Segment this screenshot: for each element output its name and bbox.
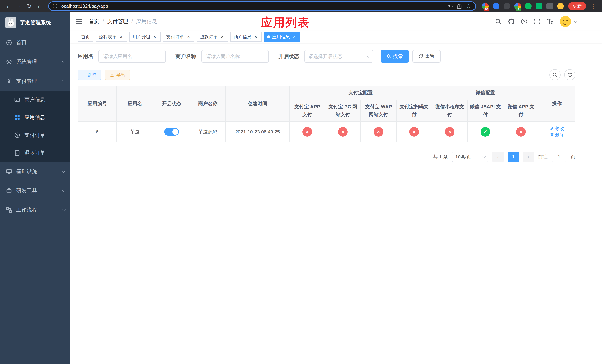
column-header: 微信小程序支付: [432, 100, 467, 121]
tab-home[interactable]: 首页: [78, 32, 93, 42]
help-icon[interactable]: [521, 18, 527, 25]
sidebar-collapse-icon[interactable]: [75, 18, 83, 25]
cell-app-name: 芋道: [117, 121, 153, 142]
tab-label: 应用信息: [272, 34, 290, 40]
add-button[interactable]: + 新增: [78, 70, 101, 80]
page-number-1[interactable]: 1: [508, 152, 519, 162]
chevron-down-icon: [573, 19, 577, 23]
sidebar-item-workflow[interactable]: 工作流程: [0, 200, 70, 220]
config-disabled-icon: ×: [516, 127, 526, 137]
table-right-tools: [549, 69, 575, 80]
sidebar-item-dev-tools[interactable]: 研发工具: [0, 181, 70, 200]
sidebar-item-label: 系统管理: [16, 58, 62, 65]
address-bar[interactable]: ⓘ localhost:1024/pay/app ☆: [48, 1, 476, 11]
app-title: 芋道管理系统: [20, 19, 51, 26]
tab-label: 商户信息: [234, 34, 251, 40]
page-size-select[interactable]: 10条/页: [452, 152, 488, 162]
order-icon: [14, 132, 20, 138]
actions-column-header: 操作: [539, 86, 575, 121]
sidebar-item-label: 基础设施: [16, 168, 62, 175]
search-button[interactable]: 搜索: [381, 50, 409, 63]
cell-config-status: ×: [290, 121, 325, 142]
extension-colorful-grid-icon[interactable]: 10: [482, 3, 489, 10]
gear-icon: [6, 59, 12, 65]
refresh-table-button[interactable]: [564, 69, 575, 80]
prev-page-button[interactable]: ‹: [492, 152, 504, 162]
column-header: 应用名: [117, 86, 153, 121]
column-header: 创建时间: [226, 86, 290, 121]
extension-dark-pin-icon[interactable]: [547, 3, 553, 10]
sidebar-item-refund-orders[interactable]: 退款订单: [0, 144, 70, 162]
tab-process-form[interactable]: 流程表单×: [96, 32, 127, 42]
browser-forward-button[interactable]: →: [14, 1, 24, 11]
tab-user-group[interactable]: 用户分组×: [129, 32, 161, 42]
font-size-icon[interactable]: [547, 18, 553, 25]
user-avatar-menu[interactable]: [560, 16, 576, 27]
reset-button[interactable]: 重置: [412, 50, 441, 63]
browser-update-button[interactable]: 更新: [568, 2, 586, 10]
tab-refund-orders[interactable]: 退款订单×: [197, 32, 228, 42]
extension-colorful-tool-icon[interactable]: 1: [514, 3, 521, 10]
site-info-icon[interactable]: ⓘ: [53, 3, 57, 10]
sidebar-item-infrastructure[interactable]: 基础设施: [0, 162, 70, 181]
status-select[interactable]: 请选择开启状态: [304, 50, 373, 63]
browser-back-button[interactable]: ←: [4, 1, 13, 11]
extension-dark-shield-icon[interactable]: [504, 3, 510, 10]
header-search-icon[interactable]: [495, 18, 502, 25]
sidebar-item-merchant-info[interactable]: 商户信息: [0, 91, 70, 108]
app-logo[interactable]: 芋道管理系统: [0, 12, 70, 33]
navbar-tools: [495, 16, 576, 27]
breadcrumb-item[interactable]: 首页: [89, 18, 99, 25]
goto-page-input[interactable]: [552, 152, 567, 162]
delete-link[interactable]: 删除: [550, 132, 564, 138]
tab-close-icon[interactable]: ×: [220, 34, 225, 39]
tab-close-icon[interactable]: ×: [118, 34, 124, 39]
edit-link[interactable]: 修改: [550, 126, 564, 131]
browser-home-button[interactable]: ⌂: [35, 1, 44, 11]
page-content: 应用名 商户名称 开启状态 请选择开启状态: [70, 43, 602, 364]
sidebar-item-payment-management[interactable]: 支付管理: [0, 72, 70, 91]
edit-label: 修改: [555, 126, 564, 131]
toggle-search-button[interactable]: [549, 69, 560, 80]
extension-wechat-devtools-icon[interactable]: [525, 3, 532, 10]
goto-label: 前往: [538, 154, 548, 160]
tab-close-icon[interactable]: ×: [292, 34, 297, 39]
cell-actions: 修改删除: [539, 121, 575, 142]
tags-view-bar: 首页流程表单×用户分组×支付订单×退款订单×商户信息×应用信息×: [70, 31, 602, 43]
extension-blue-drop-icon[interactable]: [493, 3, 499, 10]
table-row: 6芋道芋道源码2021-10-23 08:49:25×××××✓×修改删除: [78, 121, 575, 142]
tab-close-icon[interactable]: ×: [253, 34, 258, 39]
infra-icon: [6, 168, 12, 175]
tab-app-info[interactable]: 应用信息×: [264, 32, 300, 42]
column-header: 微信 JSAPI 支付: [468, 100, 503, 121]
browser-refresh-button[interactable]: ↻: [24, 1, 34, 11]
sidebar-item-app-info[interactable]: 应用信息: [0, 108, 70, 126]
app-name-input[interactable]: [98, 50, 166, 63]
config-disabled-icon: ×: [445, 127, 454, 137]
download-icon: [110, 72, 114, 77]
merchant-name-input[interactable]: [201, 50, 269, 63]
extension-green-notebook-icon[interactable]: [536, 3, 542, 10]
sidebar-item-home[interactable]: 首页: [0, 33, 70, 52]
status-toggle[interactable]: [164, 128, 179, 136]
export-button[interactable]: 导出: [105, 70, 130, 80]
tab-close-icon[interactable]: ×: [186, 34, 191, 39]
next-page-button[interactable]: ›: [523, 152, 534, 162]
url-text[interactable]: localhost:1024/pay/app: [60, 3, 444, 9]
tab-payment-orders[interactable]: 支付订单×: [163, 32, 194, 42]
tab-merchant-info[interactable]: 商户信息×: [230, 32, 262, 42]
password-key-icon[interactable]: [447, 3, 453, 9]
sidebar-item-payment-orders[interactable]: 支付订单: [0, 126, 70, 144]
sidebar-item-system-management[interactable]: 系统管理: [0, 52, 70, 72]
reset-button-label: 重置: [425, 53, 435, 60]
browser-menu-icon[interactable]: ⋮: [588, 3, 598, 10]
tab-close-icon[interactable]: ×: [152, 34, 157, 39]
extension-emoji-face-icon[interactable]: [557, 3, 564, 10]
share-icon[interactable]: [456, 3, 462, 9]
cell-config-status: ✓: [468, 121, 503, 142]
fullscreen-icon[interactable]: [534, 18, 540, 25]
github-icon[interactable]: [508, 18, 515, 25]
bookmark-star-icon[interactable]: ☆: [465, 3, 472, 9]
breadcrumb-item[interactable]: 支付管理: [107, 18, 128, 25]
card-icon: [14, 96, 20, 103]
